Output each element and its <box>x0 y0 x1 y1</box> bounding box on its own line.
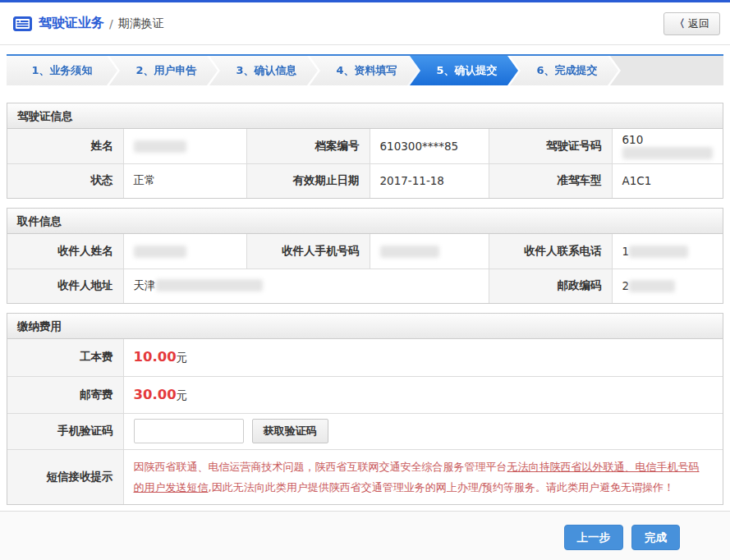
notice-part2: ,因此无法向此类用户提供陕西省交通管理业务的网上办理/预约等服务。请此类用户避免… <box>209 481 675 493</box>
status-value: 正常 <box>123 163 246 198</box>
previous-step-button[interactable]: 上一步 <box>564 525 624 550</box>
mailing-fee-amount: 30.00 <box>134 387 177 402</box>
sms-code-label: 手机验证码 <box>7 413 123 449</box>
step-5-confirm-submit-active: 5、确认提交 <box>407 56 518 85</box>
breadcrumb-separator: / <box>109 17 113 30</box>
mailing-fee-unit: 元 <box>177 388 188 402</box>
status-label: 状态 <box>7 163 123 198</box>
recipient-name-value <box>123 234 246 269</box>
license-menu-icon <box>13 16 32 31</box>
table-row: 姓名 档案编号 610300****85 驾驶证号码 610 <box>7 129 723 163</box>
footer-action-bar: 上一步 完成 <box>0 511 730 560</box>
recipient-mobile-label: 收件人手机号码 <box>246 234 370 269</box>
step-2-user-declaration: 2、用户申告 <box>107 56 218 85</box>
vehicle-class-value: A1C1 <box>612 163 723 198</box>
license-number-value: 610 <box>612 129 723 163</box>
get-sms-code-button[interactable]: 获取验证码 <box>252 419 328 443</box>
sms-notice-cell: 因陕西省联通、电信运营商技术问题，陕西省互联网交通安全综合服务管理平台无法向持陕… <box>123 449 723 504</box>
step-6-finish-submit: 6、完成提交 <box>507 56 618 85</box>
breadcrumb-current: 期满换证 <box>118 16 164 31</box>
payment-title: 缴纳费用 <box>7 314 723 339</box>
file-number-value: 610300****85 <box>370 129 489 163</box>
expiry-date-value: 2017-11-18 <box>370 163 489 198</box>
expiry-date-label: 有效期止日期 <box>246 163 370 198</box>
back-button[interactable]: 〈 返回 <box>663 12 720 35</box>
notice-part1: 因陕西省联通、电信运营商技术问题，陕西省互联网交通安全综合服务管理平台 <box>134 461 507 473</box>
mailing-fee-label: 邮寄费 <box>7 376 123 413</box>
table-row: 收件人姓名 收件人手机号码 收件人联系电话 1 <box>7 234 723 269</box>
payment-section: 缴纳费用 工本费 10.00元 邮寄费 30.00元 手机验证码 <box>7 313 723 505</box>
pickup-info-title: 取件信息 <box>7 209 723 234</box>
redacted-blur <box>629 280 675 292</box>
pickup-info-table: 收件人姓名 收件人手机号码 收件人联系电话 1 收件人地址 天津 邮政编码 2 <box>7 234 723 303</box>
name-label: 姓名 <box>7 129 123 163</box>
license-info-title: 驾驶证信息 <box>7 103 723 129</box>
back-button-label: 返回 <box>688 16 709 31</box>
recipient-mobile-value <box>370 234 489 269</box>
table-row: 收件人地址 天津 邮政编码 2 <box>7 269 723 303</box>
back-chevron-icon: 〈 <box>674 16 685 31</box>
production-fee-value: 10.00元 <box>123 339 723 376</box>
table-row: 手机验证码 获取验证码 <box>7 413 723 449</box>
sms-code-input[interactable] <box>134 419 244 443</box>
step-wizard: 1、业务须知 2、用户申告 3、确认信息 4、资料填写 5、确认提交 6、完成提… <box>7 54 723 85</box>
recipient-phone-value: 1 <box>612 234 723 269</box>
page: 驾驶证业务 / 期满换证 〈 返回 1、业务须知 2、用户申告 3、确认信息 4… <box>0 0 730 560</box>
finish-button[interactable]: 完成 <box>631 525 680 550</box>
redacted-blur <box>622 147 713 159</box>
vehicle-class-label: 准驾车型 <box>489 163 612 198</box>
sms-notice-label: 短信接收提示 <box>7 449 123 504</box>
recipient-phone-label: 收件人联系电话 <box>489 234 612 269</box>
table-row: 工本费 10.00元 <box>7 339 723 376</box>
sms-code-cell: 获取验证码 <box>123 413 723 449</box>
page-title: 驾驶证业务 <box>39 15 104 32</box>
step-3-confirm-info: 3、确认信息 <box>207 56 318 85</box>
mailing-fee-value: 30.00元 <box>123 376 723 413</box>
step-4-fill-data: 4、资料填写 <box>307 56 418 85</box>
production-fee-unit: 元 <box>177 351 188 364</box>
name-value <box>123 129 246 163</box>
redacted-blur <box>629 246 688 258</box>
table-row: 短信接收提示 因陕西省联通、电信运营商技术问题，陕西省互联网交通安全综合服务管理… <box>7 449 723 504</box>
production-fee-label: 工本费 <box>7 339 123 376</box>
sms-notice-text: 因陕西省联通、电信运营商技术问题，陕西省互联网交通安全综合服务管理平台无法向持陕… <box>124 450 723 505</box>
redacted-blur <box>134 246 186 258</box>
table-row: 状态 正常 有效期止日期 2017-11-18 准驾车型 A1C1 <box>7 163 723 198</box>
pickup-info-section: 取件信息 收件人姓名 收件人手机号码 收件人联系电话 1 收件人地址 天津 邮政… <box>7 208 723 304</box>
step-1-business-notice: 1、业务须知 <box>7 56 117 85</box>
postal-code-label: 邮政编码 <box>489 269 612 303</box>
license-number-label: 驾驶证号码 <box>489 129 612 163</box>
redacted-blur <box>134 140 186 153</box>
recipient-name-label: 收件人姓名 <box>7 234 123 269</box>
payment-table: 工本费 10.00元 邮寄费 30.00元 手机验证码 获取验证码 <box>7 339 723 504</box>
postal-code-value: 2 <box>612 269 723 303</box>
main-content: 驾驶证信息 姓名 档案编号 610300****85 驾驶证号码 610 状态 … <box>0 103 730 505</box>
step-bar-filler <box>608 56 723 85</box>
table-row: 邮寄费 30.00元 <box>7 376 723 413</box>
page-header: 驾驶证业务 / 期满换证 〈 返回 <box>0 2 730 45</box>
file-number-label: 档案编号 <box>246 129 370 163</box>
license-info-table: 姓名 档案编号 610300****85 驾驶证号码 610 状态 正常 有效期… <box>7 129 723 198</box>
production-fee-amount: 10.00 <box>134 349 177 365</box>
recipient-address-value: 天津 <box>123 269 489 303</box>
redacted-blur <box>156 279 263 291</box>
recipient-address-label: 收件人地址 <box>7 269 123 303</box>
redacted-blur <box>380 246 439 258</box>
license-info-section: 驾驶证信息 姓名 档案编号 610300****85 驾驶证号码 610 状态 … <box>7 103 723 199</box>
